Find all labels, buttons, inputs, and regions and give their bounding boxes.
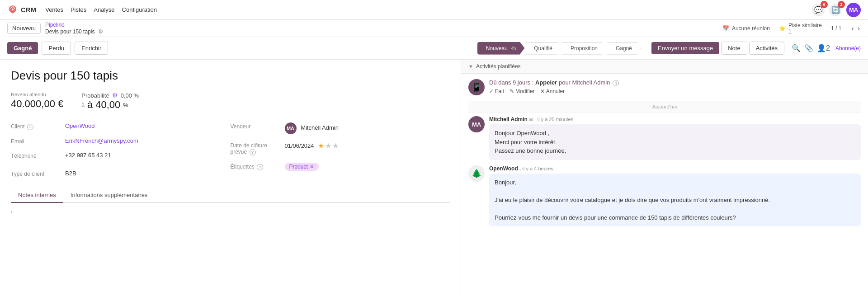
proba-value: 0,00 % — [121, 92, 139, 99]
proba-icon: ⚙ — [112, 92, 118, 99]
closing-help-icon[interactable]: ? — [250, 149, 256, 155]
breadcrumb-record-title: Devis pour 150 tapis ⚙ — [45, 28, 104, 35]
form-fields: Client ? OpenWood Email ErikNFrench@army… — [11, 119, 450, 181]
annuler-button[interactable]: ✕ Annuler — [540, 88, 565, 94]
search-icon-button[interactable]: 🔍 — [792, 44, 801, 52]
vendor-field: Vendeur MA Mitchell Admin — [231, 119, 450, 138]
vendor-value: MA Mitchell Admin — [285, 122, 450, 134]
main-layout: Devis pour 150 tapis Revenu attendu 40.0… — [0, 60, 868, 296]
revenue-field: Revenu attendu 40.000,00 € — [11, 92, 63, 111]
perdu-button[interactable]: Perdu — [42, 42, 71, 55]
star-3[interactable]: ★ — [332, 141, 339, 150]
stage-gagne[interactable]: Gagné — [607, 42, 641, 55]
message-actions: Envoyer un message Note Activités — [651, 42, 784, 55]
gagne-button[interactable]: Gagné — [7, 42, 38, 54]
tab-notes-internes[interactable]: Notes internes — [11, 188, 63, 203]
vendor-avatar: MA — [285, 122, 297, 134]
phone-field: Téléphone +32 987 65 43 21 — [11, 148, 212, 163]
attachment-icon-button[interactable]: 📎 — [804, 44, 813, 52]
message-item-0: MA Mitchell Admin ✉ - il y a 20 minutes … — [468, 116, 861, 160]
abonne-button[interactable]: Abonné(e) — [835, 45, 861, 52]
rating-stars: ★ ★ ★ — [318, 141, 339, 150]
gear-icon[interactable]: ⚙ — [98, 28, 104, 35]
product-tag: Product ✕ — [285, 163, 319, 171]
check-icon: ✓ — [489, 88, 494, 94]
chat-area: 📱 Dû dans 9 jours : Appeler pour Mitchel… — [461, 74, 868, 296]
breadcrumb-pipeline[interactable]: Pipeline — [45, 22, 104, 28]
nav-ventes[interactable]: Ventes — [45, 6, 63, 13]
openwood-avatar: 🌲 — [468, 165, 485, 182]
subscribers-icon-button[interactable]: 👤2 — [817, 44, 830, 52]
stage-qualifie[interactable]: Qualifié — [525, 42, 561, 55]
svg-point-0 — [12, 9, 14, 10]
activites-button[interactable]: Activités — [749, 42, 784, 55]
email-value: ErikNFrench@armyspy.com — [65, 137, 212, 144]
scheduled-due: Dû dans 9 jours : Appeler pour Mitchell … — [489, 79, 861, 86]
star-1[interactable]: ★ — [318, 141, 324, 150]
type-field: Type de client B2B — [11, 166, 212, 181]
nav-configuration[interactable]: Configuration — [122, 6, 157, 13]
tabs-row: Notes internes Informations supplémentai… — [11, 188, 450, 203]
email-label: Email — [11, 137, 65, 145]
revenue-label: Revenu attendu — [11, 92, 63, 97]
envoyer-message-button[interactable]: Envoyer un message — [651, 42, 719, 54]
tags-help-icon[interactable]: ? — [257, 164, 263, 170]
meeting-button[interactable]: 📅 Aucune réunion — [722, 25, 770, 32]
nav-links: Ventes Pistes Analyse Configuration — [45, 6, 157, 13]
prev-record-button[interactable]: ‹ — [850, 23, 854, 33]
scheduled-activity-item: 📱 Dû dans 9 jours : Appeler pour Mitchel… — [468, 79, 861, 95]
calendar-icon: 📅 — [722, 25, 729, 32]
proba-label: Probabilité — [81, 92, 109, 99]
mitchell-avatar: MA — [468, 116, 485, 132]
remove-tag-button[interactable]: ✕ — [310, 164, 314, 170]
proba-adjusted[interactable]: à 40,00 — [87, 99, 120, 111]
message-0-content: Bonjour OpenWood ,Merci pour votre intér… — [489, 124, 861, 160]
scheduled-body: Dû dans 9 jours : Appeler pour Mitchell … — [489, 79, 861, 95]
stage-pipeline: Nouveau 4h Qualifié Proposition Gagné — [477, 42, 641, 55]
stage-nouveau[interactable]: Nouveau 4h — [477, 42, 525, 55]
message-1-body: OpenWood - il y a 4 heures Bonjour, J'ai… — [489, 165, 861, 227]
schedule-info-icon[interactable]: ℹ — [613, 80, 619, 86]
breadcrumb: Pipeline Devis pour 150 tapis ⚙ — [45, 22, 104, 35]
note-button[interactable]: Note — [721, 42, 747, 55]
user-avatar[interactable]: MA — [846, 3, 861, 17]
next-record-button[interactable]: › — [857, 23, 861, 33]
client-help-icon[interactable]: ? — [27, 124, 33, 130]
left-panel: Devis pour 150 tapis Revenu attendu 40.0… — [0, 60, 461, 296]
icon-buttons: 🔍 📎 👤2 — [792, 44, 830, 52]
revenue-value[interactable]: 40.000,00 € — [11, 98, 63, 110]
record-counter: 1 / 1 — [831, 25, 841, 32]
stage-proposition[interactable]: Proposition — [562, 42, 606, 55]
closing-field: Date de clôture prévue ? 01/06/2024 ★ ★ … — [231, 138, 450, 159]
vendor-label: Vendeur — [231, 122, 285, 130]
tags-label: Étiquettes ? — [231, 163, 285, 170]
tags-field: Étiquettes ? Product ✕ — [231, 159, 450, 174]
message-1-meta: OpenWood - il y a 4 heures — [489, 165, 861, 172]
fait-button[interactable]: ✓ Fait — [489, 88, 504, 94]
similar-piste-button[interactable]: ⭐ Piste similaire 1 — [779, 22, 822, 35]
phone-value[interactable]: +32 987 65 43 21 — [65, 152, 212, 159]
refresh-icon-badge[interactable]: 🔄 2 — [829, 4, 842, 16]
crm-logo-icon — [7, 5, 18, 15]
refresh-badge: 2 — [838, 1, 845, 8]
enrichir-button[interactable]: Enrichir — [75, 42, 108, 55]
breadcrumb-bar: Nouveau Pipeline Devis pour 150 tapis ⚙ … — [0, 20, 868, 37]
whatsapp-icon: 📱 — [471, 82, 482, 93]
client-value: OpenWood — [65, 122, 212, 129]
nav-analyse[interactable]: Analyse — [94, 6, 114, 13]
type-value[interactable]: B2B — [65, 170, 212, 177]
star-2[interactable]: ★ — [325, 141, 331, 150]
message-0-meta: Mitchell Admin ✉ - il y a 20 minutes — [489, 116, 861, 122]
star-icon: ⭐ — [779, 25, 786, 32]
nouveau-button[interactable]: Nouveau — [7, 23, 41, 34]
closing-label: Date de clôture prévue ? — [231, 141, 285, 155]
tab-informations-supplementaires[interactable]: Informations supplémentaires — [63, 188, 155, 203]
nav-pistes[interactable]: Pistes — [71, 6, 86, 13]
activities-header: ▼ Activités planifiées — [461, 60, 868, 74]
breadcrumb-right: 📅 Aucune réunion ⭐ Piste similaire 1 1 /… — [722, 22, 861, 35]
modifier-button[interactable]: ✎ Modifier — [509, 88, 535, 94]
right-panel: ▼ Activités planifiées 📱 Dû dans 9 jours… — [461, 60, 868, 296]
chat-icon-badge[interactable]: 💬 6 — [812, 4, 825, 16]
message-item-1: 🌲 OpenWood - il y a 4 heures Bonjour, J'… — [468, 165, 861, 227]
message-0-body: Mitchell Admin ✉ - il y a 20 minutes Bon… — [489, 116, 861, 160]
